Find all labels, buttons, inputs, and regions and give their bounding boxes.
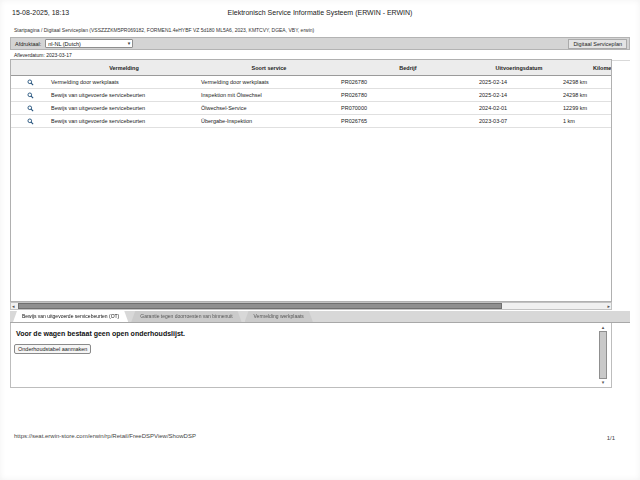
digital-serviceplan-button[interactable]: Digitaal Serviceplan xyxy=(568,39,627,49)
row-detail-button[interactable] xyxy=(11,118,49,125)
chevron-down-icon: ▾ xyxy=(128,41,131,46)
cell-kilometerstand: 24298 km xyxy=(561,92,611,98)
cell-vermelding: Bewijs van uitgevoerde servicebeurten xyxy=(49,92,199,98)
delivery-date-value: 2023-03-17 xyxy=(46,52,72,58)
row-detail-button[interactable] xyxy=(11,79,49,86)
cell-uitvoeringsdatum: 2025-02-14 xyxy=(477,92,561,98)
table-row[interactable]: Bewijs van uitgevoerde servicebeurten In… xyxy=(11,89,611,102)
printed-page: 15-08-2025, 18:13 Elektronisch Service I… xyxy=(0,0,640,480)
column-header-soort-service: Soort service xyxy=(199,65,339,71)
tab-bewijs-servicebeurten[interactable]: Bewijs van uitgevoerde servicebeurten (O… xyxy=(13,311,128,322)
scroll-right-icon[interactable]: ▸ xyxy=(606,304,611,309)
print-language-select[interactable]: nl-NL (Dutch) ▾ xyxy=(45,39,133,48)
cell-kilometerstand: 12299 km xyxy=(561,105,611,111)
table-row[interactable]: Bewijs van uitgevoerde servicebeurten Üb… xyxy=(11,115,611,128)
cell-soort-service: Inspektion mit Ölwechsel xyxy=(199,92,339,98)
scroll-down-icon[interactable]: ▾ xyxy=(602,380,605,385)
cell-vermelding: Bewijs van uitgevoerde servicebeurten xyxy=(49,105,199,111)
cell-soort-service: Vermelding door werkplaats xyxy=(199,79,339,85)
page-title: Elektronisch Service Informatie Systeem … xyxy=(0,9,640,16)
magnifier-icon xyxy=(27,92,34,99)
scroll-left-icon[interactable]: ◂ xyxy=(11,304,16,309)
column-header-bedrijf: Bedrijf xyxy=(339,65,477,71)
table-row[interactable]: Bewijs van uitgevoerde servicebeurten Öl… xyxy=(11,102,611,115)
cell-bedrijf: PR070000 xyxy=(339,105,477,111)
toolbar: Afdruktaal: nl-NL (Dutch) ▾ Digitaal Ser… xyxy=(10,37,630,50)
table-row[interactable]: Vermelding door werkplaats Vermelding do… xyxy=(11,76,611,89)
print-page-number: 1/1 xyxy=(607,435,615,441)
cell-kilometerstand: 1 km xyxy=(561,118,611,124)
breadcrumb: Startpagina / Digitaal Serviceplan (VSSZ… xyxy=(14,27,314,33)
maintenance-panel: Voor de wagen bestaat geen open onderhou… xyxy=(10,323,612,388)
table-header-row: Vermelding Soort service Bedrijf Uitvoer… xyxy=(11,60,611,76)
magnifier-icon xyxy=(27,105,34,112)
vertical-scrollbar[interactable]: ▴ ▾ xyxy=(599,325,607,385)
print-language-label: Afdruktaal: xyxy=(15,41,41,47)
cell-uitvoeringsdatum: 2024-02-01 xyxy=(477,105,561,111)
cell-soort-service: Übergabe-Inspektion xyxy=(199,118,339,124)
vertical-scrollbar-thumb[interactable] xyxy=(599,331,607,379)
horizontal-scrollbar-thumb[interactable] xyxy=(18,303,502,309)
tab-garantie-doorroesten[interactable]: Garantie tegen doorroesten van binnenuit xyxy=(131,311,241,322)
cell-bedrijf: PR026765 xyxy=(339,118,477,124)
print-language-value: nl-NL (Dutch) xyxy=(48,41,81,47)
cell-uitvoeringsdatum: 2025-02-14 xyxy=(477,79,561,85)
row-detail-button[interactable] xyxy=(11,105,49,112)
cell-vermelding: Bewijs van uitgevoerde servicebeurten xyxy=(49,118,199,124)
cell-soort-service: Ölwechsel-Service xyxy=(199,105,339,111)
horizontal-scrollbar[interactable]: ◂ ▸ xyxy=(10,302,612,310)
cell-bedrijf: PR026780 xyxy=(339,92,477,98)
column-header-kilometerstand: Kilometerstand xyxy=(561,65,611,71)
cell-kilometerstand: 24298 km xyxy=(561,79,611,85)
scroll-up-icon[interactable]: ▴ xyxy=(602,325,605,330)
create-maintenance-table-button[interactable]: Onderhoudstabel aanmaken xyxy=(14,344,91,354)
cell-vermelding: Vermelding door werkplaats xyxy=(49,79,199,85)
delivery-date-label: Afleverdatum: xyxy=(14,52,45,58)
column-header-vermelding: Vermelding xyxy=(49,65,199,71)
tab-vermelding-werkplaats[interactable]: Vermelding werkplaats xyxy=(245,311,313,322)
magnifier-icon xyxy=(27,79,34,86)
tab-bar: Bewijs van uitgevoerde servicebeurten (O… xyxy=(10,311,630,323)
print-footer-url: https://seat.erwin-store.com/erwin/rp/Re… xyxy=(14,433,196,439)
row-detail-button[interactable] xyxy=(11,92,49,99)
cell-bedrijf: PR026780 xyxy=(339,79,477,85)
cell-uitvoeringsdatum: 2023-03-07 xyxy=(477,118,561,124)
column-header-uitvoeringsdatum: Uitvoeringsdatum xyxy=(477,65,561,71)
maintenance-message: Voor de wagen bestaat geen open onderhou… xyxy=(16,330,611,337)
service-entries-table: Vermelding Soort service Bedrijf Uitvoer… xyxy=(10,59,612,302)
magnifier-icon xyxy=(27,118,34,125)
